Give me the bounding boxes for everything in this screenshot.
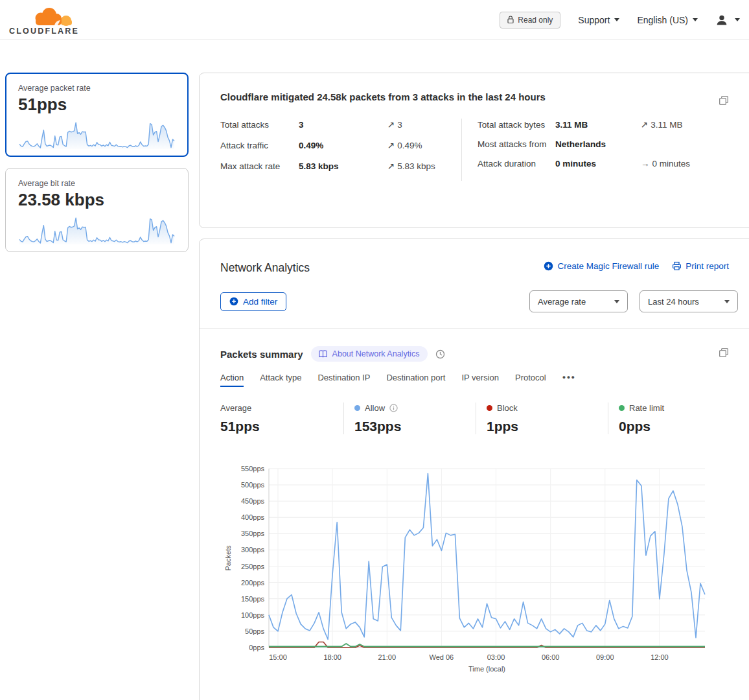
trend-right-icon: → — [641, 159, 650, 169]
stat-label: Average — [220, 403, 251, 413]
svg-text:21:00: 21:00 — [378, 653, 397, 661]
series-stats-row: Average 51pps Allow 153pps — [220, 402, 749, 434]
tab-attack-type[interactable]: Attack type — [260, 373, 301, 387]
metric-dropdown-value: Average rate — [538, 297, 586, 307]
summary-right-column: Total attack bytes 3.11 MB ↗3.11 MB Most… — [461, 119, 729, 181]
metric-label: Average packet rate — [18, 84, 176, 93]
summary-title: Cloudflare mitigated 24.58k packets from… — [220, 91, 729, 102]
info-icon[interactable] — [389, 404, 398, 412]
svg-text:450pps: 450pps — [241, 497, 265, 505]
trend-up-icon: ↗ — [387, 161, 395, 171]
svg-text:18:00: 18:00 — [323, 653, 341, 661]
stat-label: Rate limit — [629, 403, 664, 413]
account-menu[interactable] — [715, 14, 740, 27]
packets-time-series-chart: 0pps50pps100pps150pps200pps250pps300pps3… — [219, 461, 749, 675]
chevron-down-icon — [693, 18, 698, 21]
metric-card-packet-rate[interactable]: Average packet rate 51pps — [5, 73, 189, 157]
time-range-value: Last 24 hours — [648, 297, 699, 307]
allow-series-dot — [354, 405, 360, 411]
cloudflare-cloud-icon: CLOUDFLARE — [9, 5, 82, 35]
section-divider — [200, 328, 749, 329]
stat-value: 0pps — [619, 419, 740, 434]
svg-text:0pps: 0pps — [249, 644, 264, 651]
row-value: 3 — [299, 119, 387, 131]
svg-text:06:00: 06:00 — [542, 653, 560, 661]
create-magic-firewall-rule-link[interactable]: Create Magic Firewall rule — [544, 261, 659, 271]
svg-text:15:00: 15:00 — [269, 653, 287, 661]
svg-text:Wed 06: Wed 06 — [430, 653, 454, 661]
rate-limit-series-dot — [619, 405, 625, 411]
trend-up-icon: ↗ — [387, 141, 395, 150]
row-value: 0.49% — [299, 139, 387, 152]
svg-text:12:00: 12:00 — [651, 653, 669, 661]
svg-text:500pps: 500pps — [241, 481, 265, 489]
row-label: Total attacks — [220, 119, 299, 131]
row-label: Attack duration — [478, 158, 555, 170]
chevron-down-icon — [614, 18, 619, 21]
network-analytics-card: Network Analytics Create Magic Firewall … — [199, 239, 749, 700]
lock-icon — [507, 16, 514, 24]
stat-value: 1pps — [487, 419, 608, 434]
read-only-badge: Read only — [500, 12, 560, 29]
block-series-dot — [487, 405, 492, 411]
row-trend: ↗5.83 kbps — [387, 160, 461, 172]
row-value: 0 minutes — [555, 158, 641, 170]
metric-dropdown[interactable]: Average rate — [529, 290, 628, 312]
about-network-analytics-badge[interactable]: About Network Analytics — [311, 346, 428, 362]
bit-rate-sparkline — [18, 214, 176, 246]
tab-action[interactable]: Action — [220, 373, 244, 387]
tab-ip-version[interactable]: IP version — [461, 373, 499, 387]
row-trend: ↗3.11 MB — [641, 119, 729, 131]
metric-card-bit-rate[interactable]: Average bit rate 23.58 kbps — [5, 168, 189, 252]
packets-summary-title: Packets summary — [220, 349, 303, 360]
plus-circle-icon — [544, 261, 553, 271]
metric-label: Average bit rate — [18, 179, 176, 188]
print-report-link[interactable]: Print report — [672, 261, 729, 271]
svg-text:Time (local): Time (local) — [468, 665, 505, 673]
summary-row: Total attack bytes 3.11 MB ↗3.11 MB — [478, 119, 729, 131]
stat-label: Allow — [365, 403, 385, 413]
page-title: Network Analytics — [220, 261, 310, 275]
tab-destination-port[interactable]: Destination port — [386, 373, 445, 387]
chevron-down-icon — [614, 300, 619, 303]
add-filter-button[interactable]: Add filter — [220, 292, 286, 311]
svg-text:300pps: 300pps — [241, 546, 265, 554]
support-label: Support — [578, 15, 610, 25]
stat-rate-limit: Rate limit 0pps — [608, 402, 740, 434]
svg-text:150pps: 150pps — [241, 595, 265, 603]
summary-left-column: Total attacks 3 ↗3 Attack traffic 0.49% … — [220, 119, 461, 181]
stat-label: Block — [497, 403, 518, 413]
metric-value: 23.58 kbps — [18, 190, 176, 210]
copy-icon[interactable] — [719, 347, 729, 360]
row-label: Most attacks from — [478, 138, 555, 150]
tab-destination-ip[interactable]: Destination IP — [317, 373, 370, 387]
book-icon — [318, 349, 328, 358]
svg-text:100pps: 100pps — [241, 611, 265, 619]
user-icon — [715, 14, 728, 27]
svg-text:250pps: 250pps — [241, 563, 265, 570]
trend-up-icon: ↗ — [641, 120, 648, 130]
svg-text:400pps: 400pps — [241, 513, 265, 521]
time-window-icon[interactable] — [435, 349, 445, 359]
svg-text:550pps: 550pps — [241, 465, 265, 472]
read-only-label: Read only — [518, 16, 553, 25]
cloudflare-wordmark: CLOUDFLARE — [9, 27, 79, 36]
support-menu[interactable]: Support — [578, 15, 619, 25]
language-menu[interactable]: English (US) — [637, 15, 698, 25]
attack-summary-card: Cloudflare mitigated 24.58k packets from… — [199, 73, 749, 228]
plus-circle-icon — [229, 297, 238, 306]
more-tabs-button[interactable]: ●●● — [562, 374, 576, 387]
packet-rate-sparkline — [18, 119, 176, 151]
time-range-dropdown[interactable]: Last 24 hours — [640, 290, 738, 312]
summary-row: Most attacks from Netherlands — [478, 138, 729, 150]
tab-protocol[interactable]: Protocol — [515, 373, 546, 387]
cloudflare-logo[interactable]: CLOUDFLARE — [9, 5, 82, 35]
row-label: Total attack bytes — [478, 119, 555, 131]
stat-block: Block 1pps — [476, 402, 608, 434]
metric-value: 51pps — [18, 95, 176, 115]
chevron-down-icon — [724, 300, 730, 303]
svg-text:03:00: 03:00 — [487, 653, 505, 661]
stat-allow: Allow 153pps — [343, 402, 476, 434]
copy-icon[interactable] — [719, 95, 729, 108]
row-label: Attack traffic — [220, 139, 299, 152]
